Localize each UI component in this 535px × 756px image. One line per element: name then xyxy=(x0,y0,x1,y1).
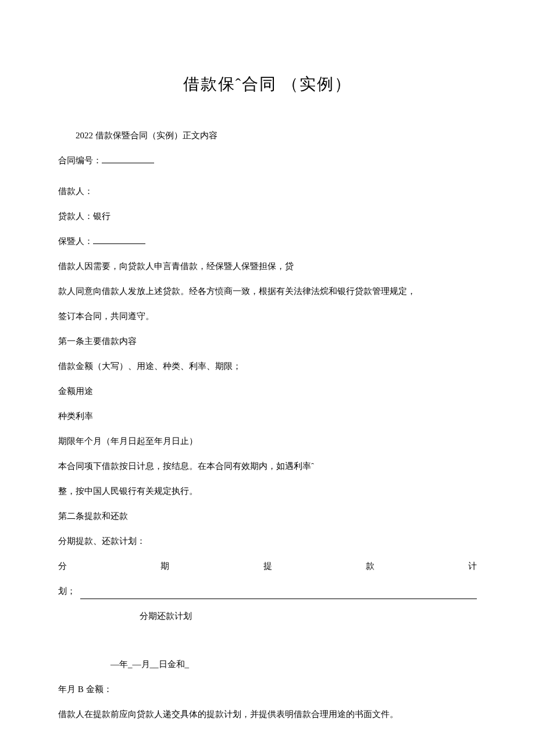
repay-plan-label: 分期还款计划 xyxy=(140,608,477,624)
lender-line: 贷款人：银行 xyxy=(58,209,477,224)
article1-line3: 种类利率 xyxy=(58,409,477,424)
article1-line6: 整，按中国人民银行有关规定执行。 xyxy=(58,483,477,499)
article1-line1: 借款金额（大写）、用途、种类、利率、期限； xyxy=(58,359,477,374)
preamble-2: 款人同意向借款人发放上述贷款。经各方愤商一致，根据有关法律法烷和银行贷款管理规定… xyxy=(58,284,477,299)
contract-number-label: 合同编号： xyxy=(58,156,102,165)
char-4: 款 xyxy=(366,558,374,574)
article2-title: 第二条提款和还款 xyxy=(58,508,477,524)
contract-number-line: 合同编号： xyxy=(58,153,477,169)
char-5: 计 xyxy=(468,558,477,574)
intro-text: 2022 借款保暨合同（实例）正文内容 xyxy=(58,128,477,144)
plan-underline xyxy=(80,583,477,599)
guarantor-blank xyxy=(93,235,145,244)
borrower-line: 借款人： xyxy=(58,184,477,199)
char-3: 提 xyxy=(263,558,272,574)
preamble-1: 借款人因需要，向贷款人申言青借款，经保暨人保暨担保，贷 xyxy=(58,259,477,274)
amount-line: 年月 B 金额： xyxy=(58,682,477,697)
final-paragraph: 借款人在提款前应向贷款人递交具体的提款计划，并提供表明借款合理用途的书面文件。 xyxy=(58,707,477,722)
char-2: 期 xyxy=(160,558,169,574)
article1-line5: 本合同项下借款按日计息，按结息。在本合同有效期内，如遇利率ˆ xyxy=(58,458,477,474)
plan-underline-line: 划； xyxy=(58,583,477,599)
article1-line2: 金额用途 xyxy=(58,384,477,399)
contract-number-blank xyxy=(102,155,154,163)
article1-line4: 期限年个月（年月日起至年月日止） xyxy=(58,433,477,449)
plan-label: 划； xyxy=(58,583,76,599)
article2-line1: 分期提款、还款计划： xyxy=(58,533,477,549)
date-amount-line: —年_—月__日金和_ xyxy=(110,657,477,672)
justified-plan-line: 分 期 提 款 计 xyxy=(58,558,477,574)
document-title: 借款保ˆ合同 （实例） xyxy=(58,70,477,99)
article1-title: 第一条主要借款内容 xyxy=(58,334,477,349)
preamble-3: 签订本合同，共同遵守。 xyxy=(58,309,477,324)
guarantor-line: 保暨人： xyxy=(58,234,477,249)
guarantor-label: 保暨人： xyxy=(58,237,93,246)
char-1: 分 xyxy=(58,558,67,574)
